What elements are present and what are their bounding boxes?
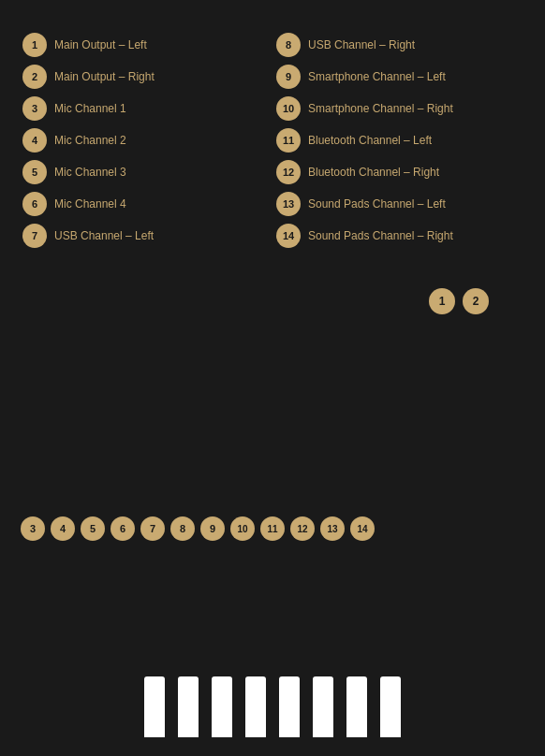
waveform-bar bbox=[212, 676, 232, 737]
track-item: 6 Mic Channel 4 bbox=[19, 189, 272, 219]
bottom-track-badge: 11 bbox=[260, 516, 285, 541]
track-item: 4 Mic Channel 2 bbox=[19, 125, 272, 155]
pagination-row: 12 bbox=[0, 288, 545, 314]
track-label: Sound Pads Channel – Right bbox=[308, 229, 453, 242]
bottom-track-badge: 8 bbox=[170, 516, 195, 541]
track-label: USB Channel – Left bbox=[54, 229, 154, 242]
track-badge: 3 bbox=[22, 96, 47, 121]
track-label: Mic Channel 2 bbox=[54, 134, 126, 147]
track-label: Sound Pads Channel – Left bbox=[308, 197, 446, 211]
title-area bbox=[0, 0, 545, 30]
left-track-column: 1 Main Output – Left 2 Main Output – Rig… bbox=[19, 30, 272, 251]
bottom-track-badge: 5 bbox=[81, 516, 105, 541]
track-label: Main Output – Left bbox=[54, 38, 147, 51]
track-item: 7 USB Channel – Left bbox=[19, 221, 272, 251]
waveform-bar bbox=[346, 676, 367, 737]
track-item: 9 Smartphone Channel – Left bbox=[272, 62, 526, 92]
track-label: Bluetooth Channel – Right bbox=[308, 166, 439, 179]
bottom-track-badge: 7 bbox=[140, 516, 165, 541]
waveform-area bbox=[0, 676, 545, 737]
waveform-bar bbox=[245, 676, 266, 737]
page-button[interactable]: 1 bbox=[429, 288, 455, 314]
track-item: 3 Mic Channel 1 bbox=[19, 94, 272, 124]
track-badge: 13 bbox=[276, 192, 301, 216]
waveform-bar bbox=[380, 676, 401, 737]
track-badge: 1 bbox=[22, 33, 47, 57]
track-badge: 10 bbox=[276, 96, 301, 121]
track-badge: 9 bbox=[276, 65, 301, 89]
track-badge: 14 bbox=[276, 224, 301, 248]
track-badge: 2 bbox=[22, 65, 47, 89]
page-button[interactable]: 2 bbox=[463, 288, 489, 314]
track-item: 12 Bluetooth Channel – Right bbox=[272, 157, 526, 187]
waveform-bar bbox=[313, 676, 333, 737]
track-label: Mic Channel 1 bbox=[54, 102, 126, 115]
track-item: 10 Smartphone Channel – Right bbox=[272, 94, 526, 124]
track-label: Mic Channel 3 bbox=[54, 166, 126, 179]
track-item: 13 Sound Pads Channel – Left bbox=[272, 189, 526, 219]
bottom-track-badge: 10 bbox=[230, 516, 255, 541]
track-badge: 5 bbox=[22, 160, 47, 184]
track-item: 5 Mic Channel 3 bbox=[19, 157, 272, 187]
track-badge: 12 bbox=[276, 160, 301, 184]
track-item: 1 Main Output – Left bbox=[19, 30, 272, 60]
track-label: Smartphone Channel – Left bbox=[308, 70, 446, 83]
track-badge: 6 bbox=[22, 192, 47, 216]
track-list: 1 Main Output – Left 2 Main Output – Rig… bbox=[0, 30, 545, 251]
track-item: 2 Main Output – Right bbox=[19, 62, 272, 92]
track-label: Main Output – Right bbox=[54, 70, 155, 83]
bottom-track-badge: 4 bbox=[51, 516, 75, 541]
track-item: 8 USB Channel – Right bbox=[272, 30, 526, 60]
bottom-track-badge: 6 bbox=[110, 516, 135, 541]
bottom-track-badge: 3 bbox=[21, 516, 45, 541]
waveform-bar bbox=[279, 676, 300, 737]
bottom-track-badge: 12 bbox=[290, 516, 315, 541]
track-label: Smartphone Channel – Right bbox=[308, 102, 453, 115]
track-badge: 4 bbox=[22, 128, 47, 153]
track-label: Bluetooth Channel – Left bbox=[308, 134, 432, 147]
track-label: Mic Channel 4 bbox=[54, 197, 126, 211]
track-badge: 11 bbox=[276, 128, 301, 153]
page: 1 Main Output – Left 2 Main Output – Rig… bbox=[0, 0, 545, 756]
bottom-track-badge: 14 bbox=[350, 516, 375, 541]
bottom-track-badge: 9 bbox=[200, 516, 225, 541]
track-item: 11 Bluetooth Channel – Left bbox=[272, 125, 526, 155]
waveform-bar bbox=[178, 676, 199, 737]
track-badge: 7 bbox=[22, 224, 47, 248]
right-track-column: 8 USB Channel – Right 9 Smartphone Chann… bbox=[272, 30, 526, 251]
waveform-bar bbox=[144, 676, 165, 737]
track-badge: 8 bbox=[276, 33, 301, 57]
track-label: USB Channel – Right bbox=[308, 38, 415, 51]
bottom-track-badge: 13 bbox=[320, 516, 345, 541]
track-item: 14 Sound Pads Channel – Right bbox=[272, 221, 526, 251]
bottom-numbers-row: 34567891011121314 bbox=[0, 516, 375, 541]
